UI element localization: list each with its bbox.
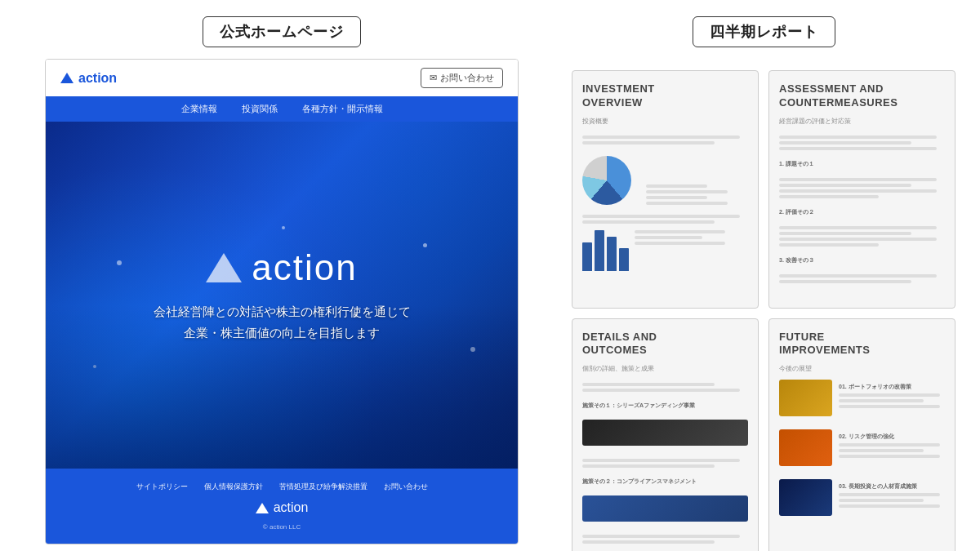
doc-line (779, 184, 911, 187)
img-row-3: 03. 長期投資との人材育成施策 (779, 479, 945, 516)
report-title-4: FUTUREIMPROVEMENTS (779, 331, 945, 358)
doc-line (582, 535, 740, 538)
nav-item-investor[interactable]: 投資関係 (242, 103, 278, 115)
report-subtitle-2: 経営課題の評価と対応策 (779, 117, 945, 126)
right-section-title: 四半期レポート (693, 16, 835, 47)
footer-link-complaint[interactable]: 苦情処理及び紛争解決措置 (279, 482, 368, 492)
dot (423, 243, 427, 247)
right-section: 四半期レポート INVESTMENTOVERVIEW 投資概要 (572, 16, 956, 551)
site-header: action ✉ お問い合わせ (46, 60, 518, 96)
bar-chart (582, 230, 748, 271)
doc-line (839, 405, 940, 408)
footer-links: サイトポリシー 個人情報保護方針 苦情処理及び紛争解決措置 お問い合わせ (136, 482, 428, 492)
footer-link-privacy[interactable]: 個人情報保護方針 (204, 482, 263, 492)
img-row-1: 01. ポートフォリオの改善策 (779, 380, 945, 416)
doc-line (779, 178, 937, 181)
doc-line (646, 202, 728, 205)
footer-triangle-icon (256, 503, 269, 513)
doc-line (582, 220, 715, 224)
report-chart-area (582, 156, 748, 205)
doc-line (779, 195, 879, 198)
report-subtitle-1: 投資概要 (582, 117, 748, 126)
section-label-3: 3. 改善その３ (779, 256, 945, 264)
doc-line (779, 226, 937, 229)
nav-item-policy[interactable]: 各種方針・開示情報 (302, 103, 383, 115)
doc-lines-5 (779, 226, 945, 247)
section-label-1: 1. 課題その１ (779, 160, 945, 168)
doc-line (839, 399, 924, 402)
doc-line (839, 455, 940, 458)
contact-icon: ✉ (430, 73, 437, 83)
doc-line (779, 232, 911, 235)
report-card-2: ASSESSMENT ANDCOUNTERMEASURES 経営課題の評価と対応… (768, 70, 956, 309)
doc-line (635, 236, 702, 239)
doc-line (839, 504, 940, 508)
contact-button[interactable]: ✉ お問い合わせ (421, 68, 503, 88)
doc-line (779, 243, 879, 247)
footer-logo-text: action (274, 500, 309, 515)
report-image-1 (582, 420, 748, 446)
doc-line (582, 383, 715, 386)
doc-lines-2 (582, 215, 748, 224)
doc-line (582, 141, 715, 144)
bar (619, 248, 629, 271)
left-section: 公式ホームページ action ✉ お問い合わせ 企業情報 投資関係 各種方針・… (24, 16, 539, 544)
doc-line (779, 136, 937, 139)
hero-logo: action (206, 247, 357, 288)
contact-label: お問い合わせ (440, 72, 494, 84)
section-label-future-3: 03. 長期投資との人材育成施策 (839, 482, 945, 491)
report-card-1: INVESTMENTOVERVIEW 投資概要 (572, 70, 759, 309)
doc-line (779, 274, 937, 278)
report-title-2: ASSESSMENT ANDCOUNTERMEASURES (779, 82, 945, 110)
section-label-2: 2. 評価その２ (779, 208, 945, 216)
hero-logo-text: action (252, 247, 357, 288)
nav-item-company[interactable]: 企業情報 (181, 103, 217, 115)
doc-line (646, 190, 728, 193)
doc-line (646, 184, 707, 188)
doc-line (582, 215, 740, 218)
footer-copyright: © action LLC (263, 523, 301, 531)
site-footer: サイトポリシー 個人情報保護方針 苦情処理及び紛争解決措置 お問い合わせ act… (46, 469, 518, 544)
bar (607, 237, 617, 271)
report-small-image-2 (779, 429, 832, 466)
img-label-1: 施策その１：シリーズAファンディング事業 (582, 402, 748, 410)
logo-triangle-icon (60, 73, 74, 83)
doc-line (582, 389, 740, 392)
report-subtitle-3: 個別の詳細、施策と成果 (582, 364, 748, 373)
section-label-future-1: 01. ポートフォリオの改善策 (839, 383, 945, 391)
text-block-3: 03. 長期投資との人材育成施策 (839, 479, 945, 516)
bar (595, 230, 604, 271)
site-hero: action 会社経営陣との対話や株主の権利行使を通じて 企業・株主価値の向上を… (46, 122, 518, 469)
section-label-future-2: 02. リスク管理の強化 (839, 433, 945, 441)
report-card-3: DETAILS ANDOUTCOMES 個別の詳細、施策と成果 施策その１：シリ… (572, 318, 759, 552)
report-title-3: DETAILS ANDOUTCOMES (582, 331, 748, 358)
report-image-2 (582, 495, 748, 522)
doc-line (582, 459, 740, 462)
doc-lines-7 (582, 383, 748, 392)
doc-line (839, 443, 940, 447)
doc-line (582, 464, 715, 468)
doc-lines-8 (582, 459, 748, 468)
report-small-image-1 (779, 380, 832, 416)
doc-line (779, 141, 911, 144)
doc-lines-9 (582, 535, 748, 544)
doc-line (839, 393, 940, 397)
report-title-1: INVESTMENTOVERVIEW (582, 82, 748, 110)
text-block-2: 02. リスク管理の強化 (839, 429, 945, 466)
pie-chart (582, 156, 631, 205)
hero-tagline: 会社経営陣との対話や株主の権利行使を通じて 企業・株主価値の向上を目指します (154, 301, 411, 343)
footer-logo: action (256, 500, 309, 515)
doc-line (582, 136, 740, 139)
reports-grid: INVESTMENTOVERVIEW 投資概要 (572, 70, 956, 551)
report-card-4: FUTUREIMPROVEMENTS 今後の展望 01. ポートフォリオの改善策… (768, 318, 956, 552)
doc-line (839, 449, 924, 452)
doc-line (635, 230, 725, 233)
img-row-2: 02. リスク管理の強化 (779, 429, 945, 466)
doc-line (582, 540, 715, 544)
img-label-2: 施策その２：コンプライアンスマネジメント (582, 478, 748, 486)
footer-link-contact[interactable]: お問い合わせ (384, 482, 428, 492)
doc-line (779, 238, 937, 241)
bar-legend (631, 230, 748, 245)
footer-link-policy[interactable]: サイトポリシー (136, 482, 188, 492)
doc-lines-4 (779, 178, 945, 198)
